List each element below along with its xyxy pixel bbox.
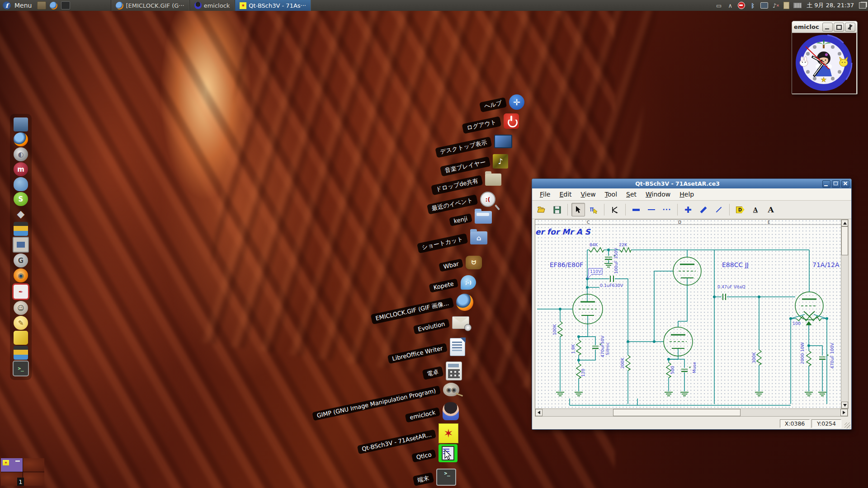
no-entry-status-icon[interactable] (738, 2, 745, 9)
maximize-button[interactable] (834, 23, 844, 32)
dock-icon-file-manager[interactable] (14, 117, 28, 131)
firefox-launcher-icon[interactable] (50, 2, 57, 9)
minimize-button[interactable] (822, 180, 830, 188)
dock-icon-paint[interactable]: ✎ (14, 316, 28, 330)
desktop-icon-shortcut[interactable]: ショートカット ⌂ (417, 231, 487, 244)
dock-icon-web-browser[interactable]: ◐ (14, 147, 28, 161)
terminal-launcher-icon[interactable] (61, 1, 70, 9)
label-flag-button[interactable] (733, 203, 747, 216)
window-switcher-icon[interactable] (859, 2, 866, 9)
small-text-button[interactable] (749, 203, 762, 216)
top-panel: f Menu [EMICLOCK.GIF (G··· emiclock ✶ Qt… (0, 0, 868, 11)
scroll-up-arrow[interactable] (841, 220, 848, 226)
window-restore-icon[interactable]: ▭ (715, 2, 722, 9)
save-button[interactable] (550, 203, 564, 216)
desktop-icon-calculator[interactable]: 電卓 (423, 361, 462, 380)
thin-line-button[interactable] (645, 203, 658, 216)
vertical-scrollbar[interactable] (841, 219, 849, 409)
keyboard-layout-icon[interactable] (793, 3, 802, 8)
menu-button[interactable]: Menu (14, 2, 32, 9)
svg-text:110V: 110V (590, 269, 601, 274)
dock-icon-media-player[interactable]: m (14, 162, 28, 176)
maximize-button[interactable] (832, 180, 840, 188)
minimize-button[interactable] (822, 23, 833, 32)
dock-icon-inkscape[interactable]: ◆ (14, 207, 28, 221)
junction-button[interactable]: ✚ (681, 203, 695, 216)
dock-icon-firefox-nightly[interactable] (14, 132, 28, 146)
scroll-down-arrow[interactable] (841, 402, 848, 408)
desktop-icon-kopete[interactable]: Kopete ;-) (429, 275, 476, 290)
menu-file[interactable]: File (536, 190, 554, 199)
desktop-icon-kenji[interactable]: kenji (449, 211, 492, 224)
menu-set[interactable]: Set (622, 190, 641, 199)
select-tool-button[interactable] (571, 203, 585, 216)
dock-icon-gimp[interactable]: ☺ (14, 301, 28, 315)
dock-icon-blender[interactable]: ◉ (14, 268, 28, 282)
bluetooth-icon[interactable]: ᛒ (749, 2, 756, 9)
desktop-icon-emiclock-gif[interactable]: EMICLOCK.GIF (GIF 画像... (370, 294, 473, 311)
close-button[interactable] (845, 23, 855, 32)
dock-icon-emacs-gnu[interactable]: G (14, 253, 28, 267)
dock-icon-terminal[interactable]: >_ (13, 361, 29, 376)
desktop-icon-drop-share[interactable]: ドロップde共有 (431, 174, 501, 186)
clipboard-icon[interactable] (783, 2, 789, 9)
menu-edit[interactable]: Edit (555, 190, 576, 199)
workspace-number-badge: 1 (17, 478, 24, 486)
thick-line-button[interactable] (629, 203, 643, 216)
large-text-button[interactable] (764, 203, 778, 216)
desktop-icon-music-player[interactable]: 音楽プレイヤー ♪ (440, 154, 508, 169)
notification-chevron-icon[interactable]: ∧ (726, 2, 734, 9)
toolbar-separator (567, 204, 568, 216)
menu-tool[interactable]: Tool (601, 190, 621, 199)
resize-grip[interactable] (844, 422, 850, 428)
dock-icon-pdf-editor[interactable]: ✒ (12, 283, 29, 300)
dock-icon-screen-settings[interactable] (13, 237, 29, 253)
horizontal-scrollbar[interactable] (535, 408, 848, 417)
dashed-line-button[interactable]: ··· (660, 203, 674, 216)
svg-text:Silmic: Silmic (605, 343, 610, 355)
desktop-icon-gimp[interactable]: GIMP (GNU Image Manipulation Program) ◉◉ (310, 383, 459, 396)
desktop-icon-recent-events[interactable]: 最近のイベント :( (427, 192, 495, 207)
task-emiclock-gif[interactable]: [EMICLOCK.GIF (G··· (111, 0, 189, 11)
scroll-left-arrow[interactable] (535, 409, 542, 416)
desktop-icon-terminal[interactable]: 端末 >_ (413, 469, 456, 486)
workspace-4[interactable] (23, 472, 45, 486)
desktop-icon-help[interactable]: ヘルプ ✛ (480, 94, 524, 110)
desktop-icon-qtbsch3v[interactable]: Qt-BSch3V - 71AsetAR... ✶ (356, 423, 458, 443)
task-emiclock[interactable]: emiclock (189, 0, 235, 11)
volume-muted-icon[interactable]: ♪✕ (772, 2, 779, 9)
dock-icon-office[interactable] (14, 331, 28, 345)
schematic-canvas[interactable]: C D E er for Mr A S (535, 219, 841, 409)
menu-help[interactable]: Help (675, 190, 698, 199)
menu-window[interactable]: Window (642, 190, 675, 199)
dock-icon-bluefish[interactable] (14, 177, 28, 191)
emiclock-titlebar[interactable]: emicloc (792, 21, 857, 33)
desktop-icon-emiclock-app[interactable]: emiclock (405, 402, 459, 420)
wire-tool-button[interactable] (608, 203, 622, 216)
panel-clock[interactable]: 土 9月 28, 21:37 (807, 1, 854, 9)
menu-view[interactable]: View (577, 190, 600, 199)
desktop-icon-logout[interactable]: ログアウト (462, 113, 519, 129)
desktop-icon-show-desktop[interactable]: デスクトップ表示 (435, 135, 512, 148)
fedora-logo-icon[interactable]: f (3, 1, 11, 9)
scroll-right-arrow[interactable] (840, 409, 848, 416)
task-qtbsch3v[interactable]: ✶ Qt-BSch3V - 71As··· (235, 0, 311, 11)
workspace-1[interactable]: ✶ (1, 458, 23, 472)
horizontal-scroll-thumb[interactable] (613, 409, 741, 416)
desktop-icon-writer[interactable]: LibreOffice Writer (387, 338, 465, 356)
desktop-icon-wbar[interactable]: Wbar ᗢ (439, 256, 482, 269)
display-icon[interactable] (760, 2, 768, 9)
workspace-2[interactable] (23, 458, 45, 472)
thin-diagonal-button[interactable] (712, 203, 726, 216)
thick-diagonal-button[interactable] (697, 203, 710, 216)
vertical-scroll-thumb[interactable] (841, 226, 848, 255)
open-file-button[interactable] (535, 203, 548, 216)
part-tool-button[interactable] (587, 203, 600, 216)
dock-icon-skype[interactable]: S (14, 192, 28, 206)
qt-titlebar[interactable]: Qt-BSch3V - 71AsetAR.ce3 (532, 179, 851, 188)
dock-icon-video-editor[interactable] (14, 222, 28, 236)
desktop-icon-evolution[interactable]: Evolution (413, 316, 469, 329)
close-button[interactable] (841, 180, 849, 188)
file-manager-launcher-icon[interactable] (37, 1, 46, 9)
dock-icon-movie-editor[interactable] (14, 346, 28, 360)
